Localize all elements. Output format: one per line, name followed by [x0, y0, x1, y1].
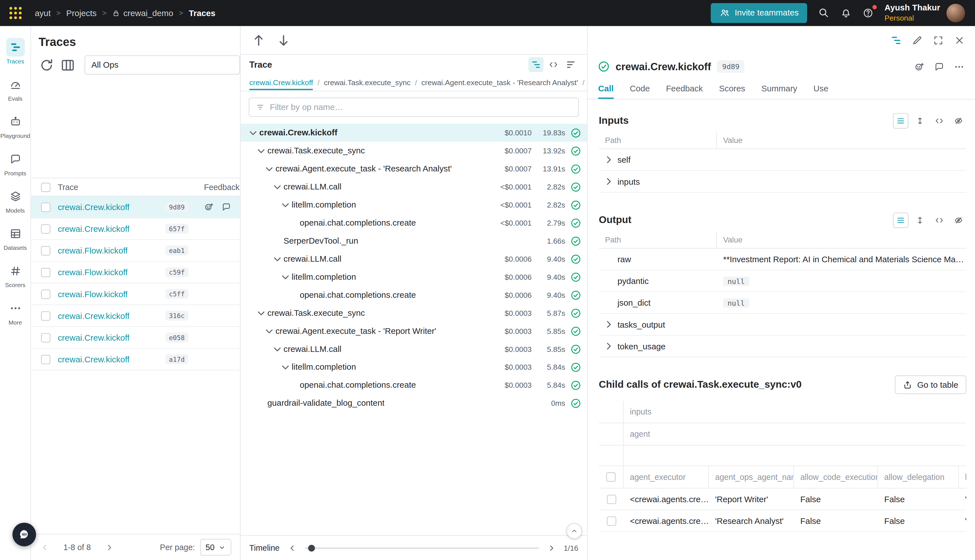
expand-caret-icon[interactable] [603, 153, 615, 166]
collapse-panel-button[interactable] [566, 523, 582, 539]
sidebar-item-prompts[interactable]: Prompts [0, 145, 30, 180]
trace-op-link[interactable]: crewai.Flow.kickoff [58, 289, 128, 298]
timeline-prev-icon[interactable] [287, 543, 297, 553]
trace-op-link[interactable]: crewai.Crew.kickoff [58, 333, 130, 342]
column-settings-button[interactable] [60, 57, 76, 73]
kv-row[interactable]: inputs [599, 171, 967, 193]
timeline-next-icon[interactable] [546, 543, 556, 553]
trace-table-row[interactable]: crewai.Crew.kickoffe058 [31, 327, 240, 348]
view-as-list-button[interactable] [893, 113, 908, 128]
kv-row[interactable]: tasks_output [599, 314, 967, 335]
breadcrumb-item[interactable]: crewai_demo [112, 8, 173, 18]
trace-op-link[interactable]: crewai.Crew.kickoff [58, 311, 130, 320]
user-avatar[interactable] [947, 4, 965, 22]
next-page-icon[interactable] [104, 542, 114, 552]
trace-tree-row[interactable]: openai.chat.completions.create$0.00069.4… [240, 286, 587, 304]
trace-table-row[interactable]: crewai.Crew.kickoff9d89 [31, 196, 240, 218]
tab-code[interactable]: Code [630, 84, 650, 99]
expand-caret-icon[interactable] [271, 253, 284, 265]
go-to-table-button[interactable]: Go to table [895, 375, 967, 394]
sidebar-item-more[interactable]: More [0, 295, 30, 329]
sidebar-item-scorers[interactable]: Scorers [0, 257, 30, 292]
next-call-button[interactable] [275, 32, 291, 48]
prev-call-button[interactable] [250, 32, 267, 48]
op-filter-box[interactable] [249, 98, 579, 117]
trace-op-link[interactable]: crewai.Flow.kickoff [58, 246, 128, 255]
hide-values-button[interactable] [951, 113, 966, 128]
expand-caret-icon[interactable] [255, 307, 267, 319]
select-all-checkbox[interactable] [41, 182, 50, 192]
row-checkbox[interactable] [41, 224, 50, 233]
trace-op-link[interactable]: crewai.Crew.kickoff [58, 224, 130, 233]
expand-caret-icon[interactable] [263, 325, 275, 337]
trace-tree-row[interactable]: guardrail-validate_blog_content0ms [240, 394, 587, 412]
expand-caret-icon[interactable] [279, 271, 292, 283]
trace-tree-row[interactable]: crewai.LLM.call<$0.00012.82s [240, 178, 587, 196]
tab-scores[interactable]: Scores [719, 84, 745, 99]
expand-caret-icon[interactable] [271, 180, 284, 193]
tree-view-button[interactable] [528, 57, 543, 72]
expand-caret-icon[interactable] [263, 162, 275, 175]
expand-caret-icon[interactable] [279, 361, 292, 373]
row-checkbox[interactable] [41, 355, 50, 364]
flame-view-button[interactable] [563, 57, 578, 72]
kv-row[interactable]: pydanticnull [599, 270, 967, 292]
comment-icon[interactable] [222, 202, 231, 212]
notifications-bell-icon[interactable] [840, 7, 852, 19]
trace-table-row[interactable]: crewai.Flow.kickoffc59f [31, 262, 240, 283]
timeline-slider-handle[interactable] [308, 545, 315, 551]
row-checkbox[interactable] [606, 494, 616, 503]
edit-button[interactable] [912, 35, 923, 46]
trace-tree-row[interactable]: crewai.Task.execute_sync$0.000713.92s [240, 142, 587, 160]
fullscreen-button[interactable] [933, 35, 944, 46]
row-checkbox[interactable] [41, 246, 50, 255]
trace-table-row[interactable]: crewai.Crew.kickoff316c [31, 305, 240, 327]
child-call-row[interactable]: <crewai.agents.cre…'Report Writer'FalseF… [599, 488, 967, 510]
breadcrumb-item[interactable]: Traces [189, 8, 215, 18]
kv-row[interactable]: token_usage [599, 335, 967, 357]
view-as-code-button[interactable] [932, 212, 947, 228]
chat-support-button[interactable] [12, 523, 36, 547]
hide-values-button[interactable] [951, 212, 966, 228]
expand-caret-icon[interactable] [603, 318, 615, 330]
op-breadcrumb-item[interactable]: crewai.Agent.execute_task - 'Research An… [421, 75, 578, 90]
search-icon[interactable] [818, 7, 830, 19]
trace-tree-row[interactable]: SerperDevTool._run1.66s [240, 232, 587, 250]
row-checkbox[interactable] [41, 202, 50, 212]
trace-tree-row[interactable]: openai.chat.completions.create$0.00035.8… [240, 376, 587, 394]
code-view-button[interactable] [546, 57, 561, 72]
trace-tree-row[interactable]: openai.chat.completions.create<$0.00012.… [240, 214, 587, 232]
trace-tree-row[interactable]: litellm.completion$0.00035.84s [240, 358, 587, 376]
select-all-checkbox[interactable] [606, 472, 616, 482]
sidebar-item-models[interactable]: Models [0, 183, 30, 217]
tab-call[interactable]: Call [598, 84, 614, 99]
op-breadcrumb-item[interactable]: crewai.Crew.kickoff [249, 75, 313, 90]
trace-op-link[interactable]: crewai.Flow.kickoff [58, 268, 128, 277]
wandb-logo-icon[interactable] [7, 5, 23, 21]
add-reaction-icon[interactable] [914, 61, 925, 72]
breadcrumb-item[interactable]: Projects [66, 8, 97, 18]
ops-filter-dropdown[interactable]: All Ops [85, 55, 240, 75]
trace-tree-row[interactable]: crewai.Agent.execute_task - 'Report Writ… [240, 322, 587, 340]
add-reaction-icon[interactable] [204, 202, 214, 212]
expand-caret-icon[interactable] [255, 144, 267, 157]
row-checkbox[interactable] [41, 289, 50, 298]
expand-caret-icon[interactable] [279, 198, 292, 211]
sidebar-item-playground[interactable]: Playground [0, 108, 30, 143]
trace-tree-row[interactable]: crewai.Task.execute_sync$0.00035.87s [240, 304, 587, 322]
tab-summary[interactable]: Summary [761, 84, 797, 99]
tab-use[interactable]: Use [813, 84, 828, 99]
kv-row[interactable]: json_dictnull [599, 292, 967, 314]
row-checkbox[interactable] [606, 516, 616, 526]
close-button[interactable] [954, 35, 965, 46]
trace-tree-row[interactable]: crewai.Agent.execute_task - 'Research An… [240, 160, 587, 178]
trace-tree-row[interactable]: crewai.Crew.kickoff$0.001019.83s [240, 124, 587, 142]
op-breadcrumb-item[interactable]: crewai.Task.execute_sync [324, 75, 411, 90]
sidebar-item-datasets[interactable]: Datasets [0, 220, 30, 255]
per-page-select[interactable]: 50 [200, 539, 231, 556]
user-menu[interactable]: Ayush Thakur Personal [885, 3, 965, 23]
trace-table-row[interactable]: crewai.Crew.kickoffa17d [31, 349, 240, 370]
trace-op-link[interactable]: crewai.Crew.kickoff [58, 355, 130, 364]
comment-icon[interactable] [934, 61, 945, 72]
refresh-button[interactable] [38, 57, 55, 73]
